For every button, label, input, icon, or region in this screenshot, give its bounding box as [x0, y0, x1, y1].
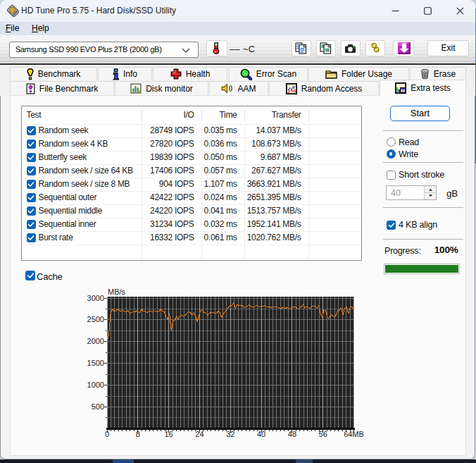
svg-text:1500: 1500 [87, 359, 104, 367]
svg-text:56: 56 [319, 430, 327, 438]
svg-text:MB/s: MB/s [108, 288, 126, 296]
svg-text:2500: 2500 [87, 315, 104, 323]
svg-text:24: 24 [195, 430, 203, 438]
svg-text:32: 32 [226, 430, 234, 438]
svg-text:1000: 1000 [87, 381, 104, 389]
svg-text:0: 0 [105, 430, 109, 438]
svg-text:48: 48 [288, 430, 296, 438]
svg-text:2000: 2000 [87, 337, 104, 345]
svg-text:8: 8 [136, 430, 140, 438]
svg-text:500: 500 [92, 402, 104, 411]
svg-text:40: 40 [257, 430, 265, 438]
svg-text:64MB: 64MB [344, 430, 364, 438]
svg-text:16: 16 [164, 430, 173, 438]
svg-text:3000: 3000 [87, 294, 104, 302]
